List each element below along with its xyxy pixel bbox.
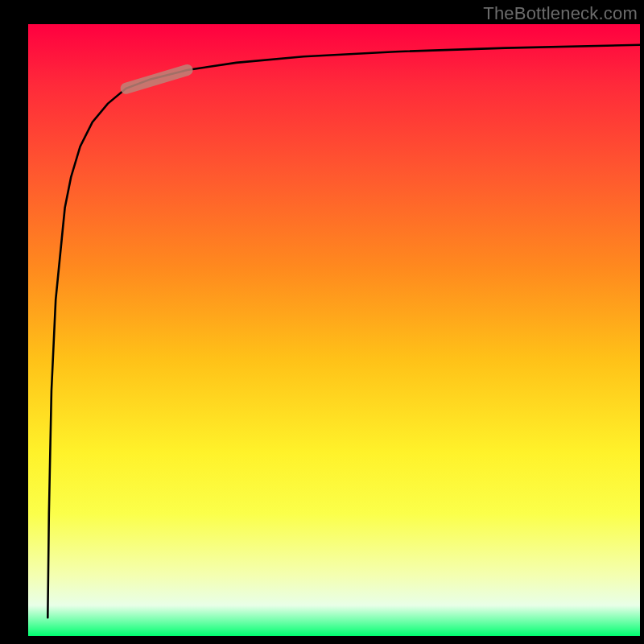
curve-layer [28,24,640,636]
curve-highlight-segment [126,70,188,89]
watermark-text: TheBottleneck.com [483,3,638,24]
chart-frame: TheBottleneck.com [0,0,644,644]
bottleneck-curve [47,45,640,617]
